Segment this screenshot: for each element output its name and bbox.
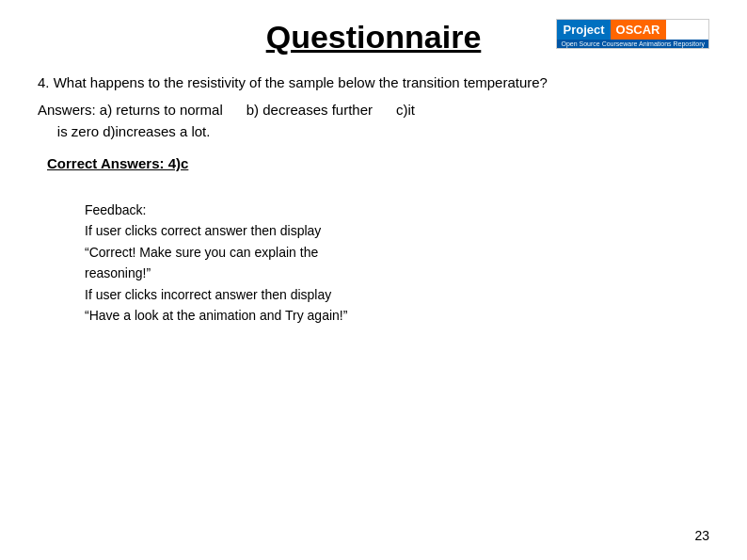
answer-a: a) returns to normal — [100, 102, 223, 118]
feedback-section: Feedback: If user clicks correct answer … — [85, 200, 709, 326]
question-number: 4. — [38, 74, 50, 90]
answer-c: c)it — [396, 102, 415, 118]
answer-d: is zero d)increases a lot. — [57, 123, 211, 139]
answers-section: Answers: a) returns to normal b) decreas… — [38, 100, 709, 142]
header: Questionnaire Project OSCAR Open Source … — [38, 19, 709, 56]
logo-container: Project OSCAR Open Source Courseware Ani… — [556, 19, 709, 49]
logo-oscar-text: OSCAR — [611, 20, 666, 40]
logo-box: Project OSCAR Open Source Courseware Ani… — [556, 19, 709, 49]
answer-b: b) decreases further — [246, 102, 373, 118]
logo-project-text: Project — [557, 20, 610, 40]
feedback-title: Feedback: — [85, 200, 709, 220]
question-section: 4. What happens to the resistivity of th… — [38, 72, 709, 92]
logo-top: Project OSCAR — [557, 20, 708, 40]
page-container: Questionnaire Project OSCAR Open Source … — [0, 0, 747, 560]
feedback-line3: reasoning!” — [85, 263, 709, 283]
answers-line2: is zero d)increases a lot. — [38, 121, 709, 143]
feedback-line1: If user clicks correct answer then displ… — [85, 220, 709, 241]
logo-subtitle-text: Open Source Courseware Animations Reposi… — [557, 40, 708, 48]
feedback-line5: “Have a look at the animation and Try ag… — [85, 305, 709, 326]
feedback-line4: If user clicks incorrect answer then dis… — [85, 284, 709, 305]
correct-answers: Correct Answers: 4)c — [38, 155, 709, 171]
answers-label: Answers: — [38, 102, 96, 118]
feedback-line2: “Correct! Make sure you can explain the — [85, 242, 709, 263]
answers-line1: Answers: a) returns to normal b) decreas… — [38, 100, 709, 121]
question-text: What happens to the resistivity of the s… — [54, 74, 548, 90]
page-number: 23 — [694, 528, 709, 543]
